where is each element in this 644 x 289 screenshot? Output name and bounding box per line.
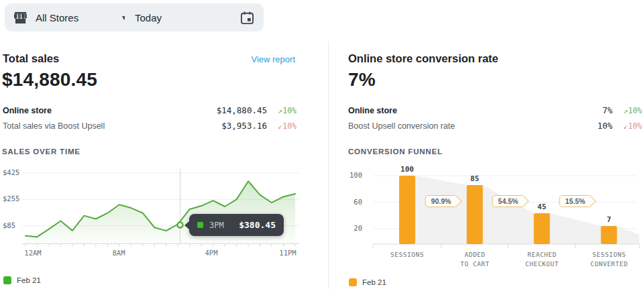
legend-swatch-icon bbox=[3, 276, 11, 284]
total-sales-value: $14,880.45 bbox=[2, 69, 97, 91]
conversion-rate-title: Online store conversion rate bbox=[348, 52, 498, 65]
sales-line-chart[interactable] bbox=[0, 165, 315, 249]
chart-tooltip: 3PM $380.45 bbox=[189, 214, 284, 236]
storefront-icon bbox=[13, 11, 28, 24]
analytics-dashboard: All Stores ▾ Today Total sales View repo… bbox=[0, 0, 644, 289]
conversion-funnel-chart[interactable]: 10085457 bbox=[335, 164, 644, 255]
legend-label: Feb 21 bbox=[17, 276, 41, 284]
svg-text:45: 45 bbox=[537, 203, 546, 211]
metric-label: Online store bbox=[348, 106, 602, 115]
legend-feb21-funnel[interactable]: Feb 21 bbox=[349, 278, 386, 286]
x-axis-tick: 4PM bbox=[205, 249, 218, 257]
svg-text:85: 85 bbox=[470, 174, 479, 183]
view-report-link[interactable]: View report bbox=[251, 54, 295, 64]
metric-value: $14,880.45 bbox=[217, 105, 267, 115]
legend-label: Feb 21 bbox=[362, 278, 386, 286]
conversion-rate-value: 7% bbox=[348, 69, 376, 91]
funnel-category-reached-checkout: REACHED CHECKOUT bbox=[505, 250, 579, 269]
metric-value: 7% bbox=[602, 105, 612, 115]
funnel-category-sessions: SESSIONS bbox=[370, 250, 444, 259]
metric-label: Total sales via Boost Upsell bbox=[3, 121, 221, 131]
metric-value: $3,953.16 bbox=[221, 121, 267, 131]
conversion-tag: 54.5% bbox=[492, 195, 525, 207]
delta-down-badge: ↙10% bbox=[267, 121, 297, 131]
date-range-label: Today bbox=[135, 12, 162, 23]
tooltip-value: $380.45 bbox=[229, 220, 276, 230]
conversion-tag: 15.5% bbox=[559, 195, 592, 207]
total-sales-title: Total sales bbox=[3, 52, 59, 65]
conversion-tag: 90.9% bbox=[425, 195, 458, 207]
x-axis-tick: 8AM bbox=[113, 249, 125, 257]
metric-row-boost-upsell-rate: Boost Upsell conversion rate 10% ↙10% bbox=[348, 120, 642, 131]
conversion-funnel-title: CONVERSION FUNNEL bbox=[348, 148, 443, 156]
svg-text:100: 100 bbox=[400, 165, 414, 174]
store-selector-button[interactable]: All Stores ▾ bbox=[5, 3, 134, 32]
legend-feb21-sales[interactable]: Feb 21 bbox=[3, 276, 41, 284]
x-axis-tick: 11PM bbox=[279, 249, 296, 257]
panel-divider bbox=[328, 42, 329, 289]
metric-row-online-store-sales: Online store $14,880.45 ↗10% bbox=[3, 105, 297, 116]
legend-swatch-icon bbox=[349, 278, 357, 286]
delta-down-badge: ↙10% bbox=[612, 121, 642, 131]
metric-value: 10% bbox=[597, 121, 612, 131]
series-swatch-icon bbox=[197, 222, 203, 228]
sales-over-time-title: SALES OVER TIME bbox=[2, 148, 80, 156]
metric-label: Boost Upsell conversion rate bbox=[348, 121, 597, 131]
svg-text:7: 7 bbox=[606, 215, 611, 224]
metric-row-online-store-rate: Online store 7% ↗10% bbox=[348, 105, 642, 116]
metric-row-boost-upsell-sales: Total sales via Boost Upsell $3,953.16 ↙… bbox=[3, 120, 297, 131]
date-range-button[interactable]: Today bbox=[125, 3, 264, 32]
store-selector-label: All Stores bbox=[36, 12, 78, 23]
tooltip-time: 3PM bbox=[209, 221, 224, 230]
metric-label: Online store bbox=[3, 106, 217, 115]
calendar-icon bbox=[240, 11, 254, 25]
funnel-category-sessions-converted: SESSIONS CONVERTED bbox=[572, 250, 644, 269]
x-axis-tick: 12AM bbox=[24, 249, 41, 257]
funnel-category-added-to-cart: ADDED TO CART bbox=[438, 250, 512, 269]
delta-up-badge: ↗10% bbox=[267, 106, 297, 115]
delta-up-badge: ↗10% bbox=[612, 106, 642, 115]
